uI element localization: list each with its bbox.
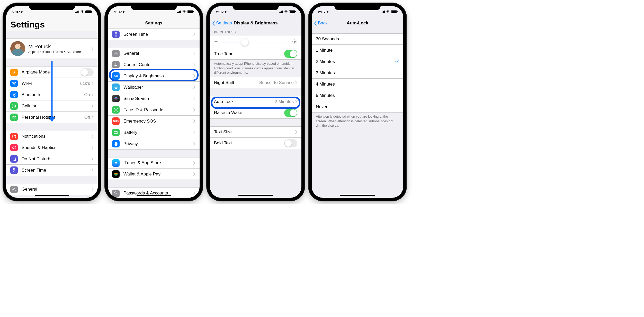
notch: [29, 3, 75, 10]
phone-frame: 2:07➤ Settings Display & Brightness BRIG…: [207, 3, 305, 201]
svg-point-9: [116, 65, 117, 66]
svg-point-14: [115, 109, 116, 110]
battery-row[interactable]: Battery: [108, 127, 200, 138]
true-tone-row[interactable]: True Tone: [210, 48, 301, 60]
back-button[interactable]: Settings: [212, 21, 232, 26]
text-size-row[interactable]: Text Size: [210, 126, 301, 138]
gear-icon: [10, 186, 18, 193]
option-5-minutes[interactable]: 5 Minutes: [312, 90, 403, 101]
option-2-minutes[interactable]: 2 Minutes: [312, 56, 403, 67]
privacy-row[interactable]: Privacy: [108, 138, 200, 150]
wifi-row[interactable]: Wi-Fi Tuck's: [6, 78, 98, 89]
battery-settings-icon: [112, 129, 120, 136]
home-indicator[interactable]: [137, 195, 171, 196]
chevron-right-icon: [92, 188, 94, 191]
content: Screen Time General Control Center AA Di…: [108, 29, 200, 198]
wallet-row[interactable]: Wallet & Apple Pay: [108, 169, 200, 180]
battery-icon: [187, 10, 193, 13]
hotspot-row[interactable]: Personal Hotspot Off: [6, 112, 98, 123]
svg-point-8: [115, 63, 116, 64]
chevron-right-icon: [92, 82, 94, 85]
dnd-row[interactable]: Do Not Disturb: [6, 153, 98, 165]
screen-auto-lock: 2:07➤ Back Auto-Lock 30 Seconds 1 Minute…: [312, 6, 403, 198]
back-button[interactable]: Back: [314, 21, 328, 26]
option-30-seconds[interactable]: 30 Seconds: [312, 33, 403, 45]
wallpaper-row[interactable]: Wallpaper: [108, 82, 200, 93]
sos-icon: SOS: [112, 117, 120, 125]
battery-icon: [289, 10, 295, 13]
cellular-icon: [10, 102, 18, 110]
faceid-row[interactable]: Face ID & Passcode: [108, 104, 200, 116]
screen-display-brightness: 2:07➤ Settings Display & Brightness BRIG…: [210, 6, 301, 198]
cellular-row[interactable]: Cellular: [6, 100, 98, 112]
apple-id-row[interactable]: M Potuck Apple ID, iCloud, iTunes & App …: [6, 38, 98, 59]
checkmark-icon: [395, 59, 399, 64]
content: Settings M Potuck Apple ID, iCloud, iTun…: [6, 17, 98, 198]
wifi-icon: [80, 10, 84, 13]
nav-title: Settings: [145, 21, 162, 26]
airplane-mode-row[interactable]: ✈︎ Airplane Mode: [6, 67, 98, 78]
general-row[interactable]: General: [108, 48, 200, 59]
avatar: [10, 41, 25, 56]
option-3-minutes[interactable]: 3 Minutes: [312, 67, 403, 79]
bold-text-switch[interactable]: [284, 139, 297, 147]
phone-frame: 2:07➤ Back Auto-Lock 30 Seconds 1 Minute…: [309, 3, 406, 201]
phone-frame: 2:07➤ Settings M Potuck Apple ID, iCloud…: [3, 3, 101, 201]
svg-rect-20: [114, 174, 118, 175]
notch: [131, 3, 177, 10]
notch: [232, 3, 279, 10]
cellular-signal-icon: [177, 11, 181, 13]
display-brightness-row[interactable]: AA Display & Brightness: [108, 70, 200, 82]
wifi-settings-icon: [10, 80, 18, 87]
moon-icon: [10, 155, 18, 163]
itunes-row[interactable]: iTunes & App Store: [108, 157, 200, 169]
screentime-row[interactable]: Screen Time: [108, 29, 200, 40]
notifications-icon: [10, 133, 18, 140]
chevron-right-icon: [193, 52, 195, 55]
home-indicator[interactable]: [238, 195, 273, 196]
true-tone-switch[interactable]: [284, 50, 297, 58]
notifications-row[interactable]: Notifications: [6, 131, 98, 142]
screentime-row[interactable]: Screen Time: [6, 165, 98, 176]
option-never[interactable]: Never: [312, 101, 403, 113]
content: BRIGHTNESS True Tone Automatically adapt…: [210, 29, 301, 198]
chevron-right-icon: [193, 142, 195, 145]
battery-icon: [85, 10, 92, 13]
profile-name: M Potuck: [28, 43, 92, 50]
wifi-icon: [182, 10, 186, 13]
bluetooth-row[interactable]: Bluetooth On: [6, 89, 98, 100]
option-4-minutes[interactable]: 4 Minutes: [312, 79, 403, 90]
control-center-row[interactable]: Control Center: [108, 59, 200, 70]
sounds-row[interactable]: Sounds & Haptics: [6, 142, 98, 153]
chevron-right-icon: [92, 146, 94, 149]
svg-point-6: [13, 189, 15, 190]
raise-to-wake-switch[interactable]: [284, 109, 297, 117]
svg-point-7: [115, 53, 117, 54]
airplane-switch[interactable]: [80, 68, 94, 76]
home-indicator[interactable]: [35, 195, 69, 196]
night-shift-row[interactable]: Night Shift Sunset to Sunrise: [210, 77, 301, 88]
nav-title: Auto-Lock: [347, 21, 368, 26]
raise-to-wake-row[interactable]: Raise to Wake: [210, 107, 301, 119]
chevron-right-icon: [193, 74, 195, 78]
location-icon: ➤: [326, 10, 329, 14]
true-tone-footer: Automatically adapt iPhone display based…: [210, 60, 301, 77]
chevron-right-icon: [193, 33, 195, 36]
passwords-row[interactable]: Passwords & Accounts: [108, 188, 200, 198]
home-indicator[interactable]: [340, 195, 375, 196]
chevron-right-icon: [295, 100, 297, 103]
auto-lock-footer: Attention is detected when you are looki…: [312, 113, 403, 130]
siri-row[interactable]: Siri & Search: [108, 93, 200, 104]
option-1-minute[interactable]: 1 Minute: [312, 45, 403, 56]
brightness-slider-row: [210, 36, 301, 48]
sun-small-icon: [214, 40, 218, 45]
general-row[interactable]: General: [6, 184, 98, 195]
chevron-right-icon: [193, 172, 195, 176]
text-size-icon: AA: [112, 72, 120, 80]
brightness-slider[interactable]: [221, 42, 289, 42]
cellular-signal-icon: [75, 11, 79, 13]
sos-row[interactable]: SOS Emergency SOS: [108, 116, 200, 127]
chevron-right-icon: [193, 131, 195, 134]
auto-lock-row[interactable]: Auto-Lock 2 Minutes: [210, 96, 301, 107]
bold-text-row[interactable]: Bold Text: [210, 138, 301, 149]
